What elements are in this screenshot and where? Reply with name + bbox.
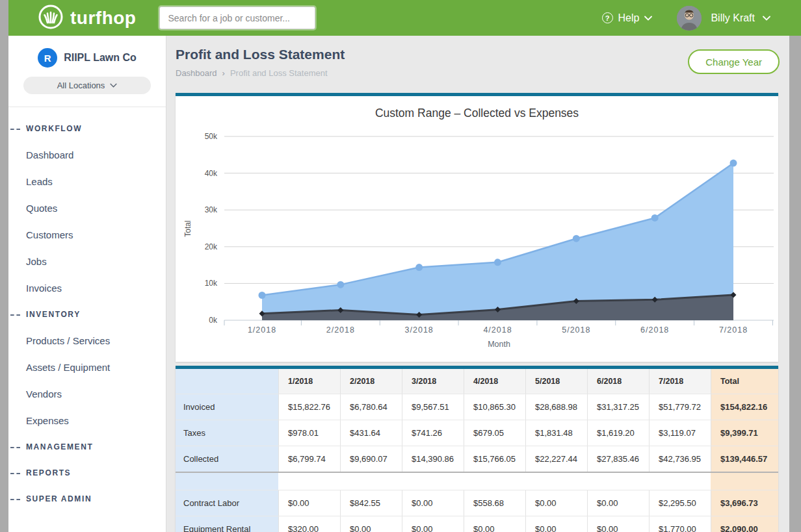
x-axis-tick-label: 7/2018 <box>719 325 748 335</box>
sidebar-item-dashboard[interactable]: Dashboard <box>8 142 166 168</box>
table-cell: $0.00 <box>278 490 340 516</box>
table-cell <box>525 473 587 490</box>
help-menu[interactable]: ? Help <box>602 12 653 24</box>
app-logo[interactable]: turfhop <box>38 4 136 32</box>
help-label: Help <box>618 12 640 24</box>
table-row-label: Invoiced <box>176 394 278 420</box>
table-cell: $9,567.51 <box>402 394 464 420</box>
sidebar-section-super-admin[interactable]: SUPER ADMIN <box>8 486 166 512</box>
location-selector[interactable]: All Locations <box>23 77 151 94</box>
table-total-cell: $3,696.73 <box>711 490 778 516</box>
chart-card: Custom Range – Collected vs Expenses 0k1… <box>176 93 778 362</box>
table-cell <box>587 473 649 490</box>
sidebar-section-inventory[interactable]: INVENTORY <box>8 301 166 327</box>
table-column-header: 7/2018 <box>649 369 711 394</box>
y-axis-tick-label: 30k <box>205 205 218 214</box>
table-cell: $741.26 <box>402 420 464 446</box>
app-page: turfhop ? Help <box>0 0 801 532</box>
section-label: WORKFLOW <box>26 124 82 133</box>
user-menu[interactable]: Billy Kraft <box>711 12 770 24</box>
sidebar-item-leads[interactable]: Leads <box>8 168 166 195</box>
location-selector-label: All Locations <box>57 81 105 90</box>
table-cell: $42,736.95 <box>649 446 711 472</box>
company-name: RIIPL Lawn Co <box>64 52 137 64</box>
sidebar-section-workflow[interactable]: WORKFLOW <box>8 116 166 142</box>
section-label: INVENTORY <box>26 310 81 319</box>
user-avatar[interactable] <box>677 6 702 31</box>
table-column-header: 1/2018 <box>278 369 340 394</box>
search-input[interactable] <box>159 6 315 29</box>
table-row: Equipment Rental$320.00$0.00$0.00$0.00$0… <box>176 516 778 532</box>
sidebar-item-quotes[interactable]: Quotes <box>8 195 166 222</box>
table-row-label: Contract Labor <box>176 490 278 516</box>
table-cell: $31,317.25 <box>587 394 649 420</box>
breadcrumb-dashboard[interactable]: Dashboard <box>176 68 217 78</box>
table-row-label: Equipment Rental <box>176 516 278 532</box>
table-cell <box>402 473 464 490</box>
x-axis-tick-label: 6/2018 <box>640 325 669 335</box>
table-column-header: 6/2018 <box>587 369 649 394</box>
y-axis-tick-label: 20k <box>205 242 218 251</box>
table-cell: $14,390.86 <box>402 446 464 472</box>
table-cell: $28,688.98 <box>525 394 587 420</box>
collected-point <box>573 235 580 242</box>
table-corner-cell <box>176 369 278 394</box>
chevron-down-icon <box>763 16 770 21</box>
y-axis-title: Total <box>183 220 192 236</box>
main-content: Profit and Loss Statement Dashboard › Pr… <box>166 36 789 532</box>
table-cell: $0.00 <box>587 516 649 532</box>
section-dash-icon <box>10 447 20 448</box>
sidebar-item-expenses[interactable]: Expenses <box>8 407 166 434</box>
sidebar-section-management[interactable]: MANAGEMENT <box>8 434 166 460</box>
table-cell: $0.00 <box>402 516 464 532</box>
section-dash-icon <box>10 129 20 130</box>
table-cell: $558.68 <box>464 490 525 516</box>
sidebar-item-customers[interactable]: Customers <box>8 222 166 248</box>
sidebar-item-invoices[interactable]: Invoices <box>8 275 166 301</box>
section-label: REPORTS <box>26 468 71 477</box>
table-cell: $15,822.76 <box>278 394 340 420</box>
table-row-label: Taxes <box>176 420 278 446</box>
logo-text: turfhop <box>70 8 136 29</box>
sidebar-item-vendors[interactable]: Vendors <box>8 381 166 407</box>
sidebar-section-reports[interactable]: REPORTS <box>8 460 166 486</box>
section-dash-icon <box>10 499 20 500</box>
table-header-row: 1/20182/20183/20184/20185/20186/20187/20… <box>176 369 778 394</box>
table-cell: $1,619.20 <box>587 420 649 446</box>
x-axis-tick-label: 2/2018 <box>326 325 355 335</box>
table-cell: $0.00 <box>587 490 649 516</box>
collected-point <box>259 292 266 299</box>
table-column-header: 2/2018 <box>340 369 402 394</box>
table-row: Collected$6,799.74$9,690.07$14,390.86$15… <box>176 446 778 472</box>
table-cell: $3,119.07 <box>649 420 711 446</box>
table-cell <box>340 473 402 490</box>
table-cell: $679.05 <box>464 420 525 446</box>
table-cell: $10,865.30 <box>464 394 525 420</box>
collected-point <box>415 264 423 271</box>
left-scrollbar-track[interactable] <box>0 0 8 532</box>
company-badge: R <box>38 48 57 68</box>
sidebar-item-assets-equipment[interactable]: Assets / Equipment <box>8 354 166 381</box>
table-total-cell: $2,090.00 <box>711 516 778 532</box>
x-axis-tick-label: 1/2018 <box>248 325 276 335</box>
table-cell: $6,799.74 <box>278 446 340 472</box>
table-cell: $2,295.50 <box>649 490 711 516</box>
section-label: MANAGEMENT <box>26 442 93 451</box>
right-scrollbar-track[interactable] <box>789 36 801 532</box>
table-column-header: 3/2018 <box>402 369 464 394</box>
section-dash-icon <box>10 314 20 316</box>
table-cell: $842.55 <box>340 490 402 516</box>
sidebar-item-jobs[interactable]: Jobs <box>8 248 166 275</box>
change-year-button[interactable]: Change Year <box>688 49 780 74</box>
sidebar-item-products-services[interactable]: Products / Services <box>8 327 166 354</box>
y-axis-tick-label: 10k <box>205 279 218 288</box>
x-axis-tick-label: 5/2018 <box>562 325 590 335</box>
table-total-cell <box>711 473 778 490</box>
collected-area <box>262 163 733 320</box>
table-total-cell: $9,399.71 <box>711 420 778 446</box>
table-cell: $9,690.07 <box>340 446 402 472</box>
x-axis-tick-label: 3/2018 <box>405 325 434 335</box>
sidebar-nav: WORKFLOWDashboardLeadsQuotesCustomersJob… <box>8 116 166 512</box>
breadcrumb: Dashboard › Profit and Loss Statement <box>176 68 778 78</box>
y-axis-tick-label: 0k <box>209 316 218 325</box>
